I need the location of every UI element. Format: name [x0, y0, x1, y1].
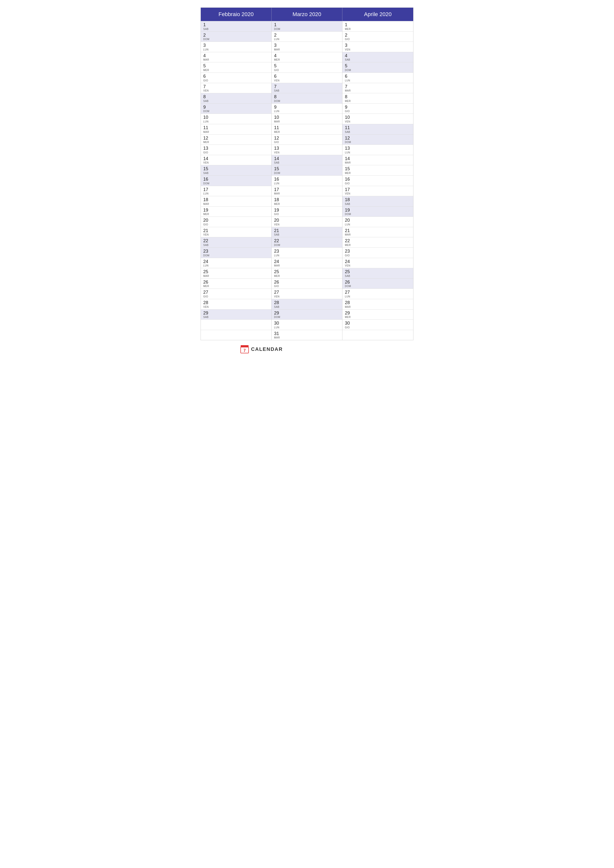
day-name: LUN: [274, 326, 340, 329]
empty-cell-0-30: [201, 330, 272, 340]
day-cell-2-12: 13LUN: [342, 144, 413, 155]
day-name: GIO: [345, 38, 411, 40]
day-cell-0-17: 18MAR: [201, 196, 272, 206]
day-name: GIO: [203, 79, 269, 82]
day-cell-1-20: 21SAB: [272, 227, 342, 237]
day-name: LUN: [274, 182, 340, 185]
day-name: DOM: [274, 100, 340, 102]
day-row-3: 4MAR4MER4SAB: [201, 52, 413, 62]
day-name: DOM: [274, 172, 340, 174]
day-name: GIO: [203, 295, 269, 298]
day-name: LUN: [274, 110, 340, 113]
day-number: 29: [345, 310, 411, 316]
day-cell-1-24: 25MER: [272, 268, 342, 278]
day-cell-1-30: 31MAR: [272, 330, 342, 340]
day-cell-0-28: 29SAB: [201, 309, 272, 320]
day-name: DOM: [345, 213, 411, 215]
day-name: SAB: [274, 305, 340, 308]
day-row-4: 5MER5GIO5DOM: [201, 62, 413, 73]
day-name: MER: [345, 244, 411, 246]
month-header-2: Aprile 2020: [342, 8, 413, 21]
day-name: MAR: [274, 192, 340, 195]
day-number: 13: [274, 146, 340, 151]
day-cell-2-8: 9GIO: [342, 104, 413, 114]
day-name: DOM: [345, 141, 411, 144]
day-name: LUN: [274, 254, 340, 257]
day-number: 18: [345, 197, 411, 203]
day-row-8: 9DOM9LUN9GIO: [201, 104, 413, 114]
day-cell-2-16: 17VEN: [342, 186, 413, 196]
day-cell-2-26: 27LUN: [342, 288, 413, 299]
day-cell-0-1: 2DOM: [201, 31, 272, 42]
day-number: 9: [345, 105, 411, 110]
day-cell-2-3: 4SAB: [342, 52, 413, 62]
day-name: SAB: [345, 274, 411, 277]
day-name: GIO: [345, 254, 411, 257]
day-row-30: 31MAR: [201, 330, 413, 340]
day-cell-1-27: 28SAB: [272, 299, 342, 309]
day-number: 2: [203, 33, 269, 38]
day-name: LUN: [345, 79, 411, 82]
day-name: SAB: [203, 244, 269, 246]
day-number: 3: [203, 43, 269, 48]
day-name: VEN: [203, 305, 269, 308]
day-name: MAR: [274, 48, 340, 51]
day-name: SAB: [274, 89, 340, 92]
day-number: 20: [203, 218, 269, 223]
day-name: GIO: [274, 69, 340, 71]
day-number: 23: [203, 249, 269, 254]
day-name: MAR: [345, 233, 411, 236]
day-number: 25: [345, 269, 411, 274]
day-name: DOM: [203, 182, 269, 185]
day-cell-1-18: 19GIO: [272, 206, 342, 217]
day-name: MER: [203, 69, 269, 71]
day-name: MAR: [274, 120, 340, 123]
day-cell-0-5: 6GIO: [201, 73, 272, 83]
day-number: 20: [345, 218, 411, 223]
day-cell-0-12: 13GIO: [201, 144, 272, 155]
day-cell-1-16: 17MAR: [272, 186, 342, 196]
day-number: 12: [274, 136, 340, 141]
day-cell-1-25: 26GIO: [272, 278, 342, 289]
day-row-24: 25MAR25MER25SAB: [201, 268, 413, 278]
day-number: 14: [345, 156, 411, 161]
day-number: 6: [274, 74, 340, 79]
day-cell-2-28: 29MER: [342, 309, 413, 320]
day-cell-0-16: 17LUN: [201, 186, 272, 196]
day-name: GIO: [203, 223, 269, 226]
day-number: 9: [203, 105, 269, 110]
day-number: 27: [203, 290, 269, 295]
day-number: 3: [274, 43, 340, 48]
day-name: MAR: [203, 58, 269, 61]
day-number: 14: [274, 156, 340, 161]
day-number: 25: [203, 269, 269, 274]
day-name: MER: [203, 213, 269, 215]
day-row-27: 28VEN28SAB28MAR: [201, 299, 413, 309]
day-cell-2-21: 22MER: [342, 237, 413, 248]
day-cell-2-6: 7MAR: [342, 83, 413, 93]
day-name: SAB: [274, 233, 340, 236]
day-number: 23: [345, 249, 411, 254]
day-name: MER: [274, 203, 340, 205]
day-row-9: 10LUN10MAR10VEN: [201, 113, 413, 124]
day-cell-0-18: 19MER: [201, 206, 272, 217]
day-name: MAR: [203, 203, 269, 205]
day-row-21: 22SAB22DOM22MER: [201, 237, 413, 248]
day-number: 1: [345, 22, 411, 28]
day-number: 24: [345, 259, 411, 265]
day-cell-1-9: 10MAR: [272, 113, 342, 124]
day-name: GIO: [274, 213, 340, 215]
day-number: 27: [345, 290, 411, 295]
day-cell-0-11: 12MER: [201, 134, 272, 145]
day-number: 1: [274, 22, 340, 28]
day-number: 29: [274, 310, 340, 316]
day-name: SAB: [203, 316, 269, 318]
day-number: 17: [274, 187, 340, 192]
day-row-6: 7VEN7SAB7MAR: [201, 83, 413, 93]
day-number: 12: [203, 136, 269, 141]
day-name: MAR: [274, 336, 340, 339]
day-number: 23: [274, 249, 340, 254]
day-number: 10: [203, 115, 269, 120]
day-name: SAB: [345, 58, 411, 61]
day-name: DOM: [203, 110, 269, 113]
